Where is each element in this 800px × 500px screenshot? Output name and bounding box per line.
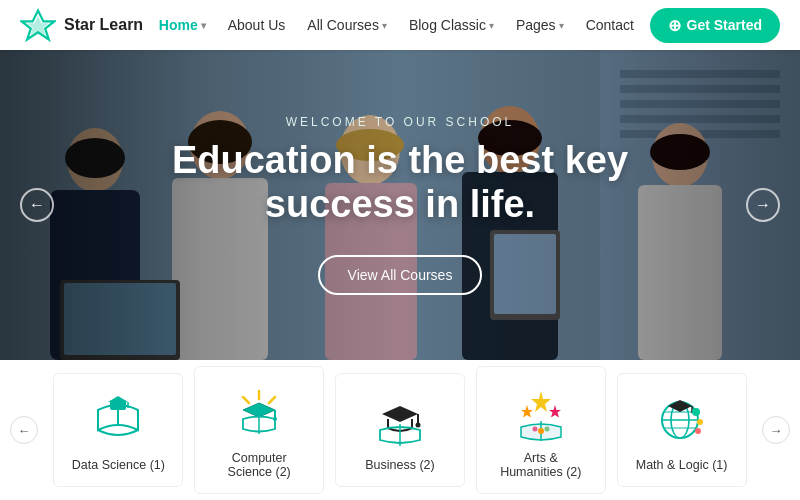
category-label-arts: Arts & Humanities (2) <box>493 451 589 479</box>
svg-marker-57 <box>668 400 692 412</box>
chevron-down-icon: ▾ <box>489 20 494 31</box>
chevron-down-icon: ▾ <box>382 20 387 31</box>
nav-item-about[interactable]: About Us <box>228 17 286 33</box>
category-item-math[interactable]: Math & Logic (1) <box>617 373 747 487</box>
nav-item-blog[interactable]: Blog Classic ▾ <box>409 17 494 33</box>
svg-marker-31 <box>108 396 128 402</box>
nav-item-contact[interactable]: Contact <box>586 17 634 33</box>
logo-icon <box>20 7 56 43</box>
categories-section: ← Data Science (1) <box>0 360 800 500</box>
computer-science-icon <box>231 385 287 441</box>
svg-marker-45 <box>531 391 551 412</box>
business-icon <box>372 392 428 448</box>
nav-link-blog[interactable]: Blog Classic ▾ <box>409 17 494 33</box>
hero-next-button[interactable]: → <box>746 188 780 222</box>
svg-marker-46 <box>521 405 533 418</box>
logo-text: Star Learn <box>64 16 143 34</box>
hero-prev-button[interactable]: ← <box>20 188 54 222</box>
view-all-courses-button[interactable]: View All Courses <box>318 255 483 295</box>
nav-link-courses[interactable]: All Courses ▾ <box>307 17 387 33</box>
hero-title: Education is the best key success in lif… <box>172 139 628 226</box>
svg-point-49 <box>538 428 544 434</box>
category-label-business: Business (2) <box>365 458 434 472</box>
chevron-down-icon: ▾ <box>201 20 206 31</box>
nav-item-home[interactable]: Home ▾ <box>159 17 206 33</box>
svg-point-60 <box>697 419 703 425</box>
categories-next-button[interactable]: → <box>762 416 790 444</box>
svg-point-43 <box>415 423 420 428</box>
categories-prev-button[interactable]: ← <box>10 416 38 444</box>
category-item-computer-science[interactable]: Computer Science (2) <box>194 366 324 494</box>
nav-menu: Home ▾ About Us All Courses ▾ Blog Class… <box>159 17 634 33</box>
svg-point-59 <box>692 408 700 416</box>
svg-line-34 <box>269 397 275 403</box>
hero-subtitle: Welcome to our school <box>172 115 628 129</box>
plus-circle-icon: ⊕ <box>668 16 681 35</box>
svg-point-50 <box>532 427 537 432</box>
data-science-icon <box>90 392 146 448</box>
hero-content: Welcome to our school Education is the b… <box>172 115 628 294</box>
category-item-data-science[interactable]: Data Science (1) <box>53 373 183 487</box>
nav-link-contact[interactable]: Contact <box>586 17 634 33</box>
chevron-down-icon: ▾ <box>559 20 564 31</box>
category-item-arts[interactable]: Arts & Humanities (2) <box>476 366 606 494</box>
svg-point-51 <box>544 427 549 432</box>
categories-list: Data Science (1) Computer Science (2) <box>38 366 762 494</box>
category-label-math: Math & Logic (1) <box>636 458 728 472</box>
category-item-business[interactable]: Business (2) <box>335 373 465 487</box>
nav-item-pages[interactable]: Pages ▾ <box>516 17 564 33</box>
hero-section: ← Welcome to our school Education is the… <box>0 50 800 360</box>
nav-link-home[interactable]: Home ▾ <box>159 17 206 33</box>
category-label-computer-science: Computer Science (2) <box>211 451 307 479</box>
get-started-button[interactable]: ⊕ Get Started <box>650 8 780 43</box>
navbar: Star Learn Home ▾ About Us All Courses ▾… <box>0 0 800 50</box>
math-icon <box>654 392 710 448</box>
nav-link-about[interactable]: About Us <box>228 17 286 33</box>
svg-marker-47 <box>549 405 561 418</box>
svg-line-35 <box>243 397 249 403</box>
arts-icon <box>513 385 569 441</box>
nav-item-courses[interactable]: All Courses ▾ <box>307 17 387 33</box>
logo[interactable]: Star Learn <box>20 7 143 43</box>
svg-point-61 <box>695 428 701 434</box>
category-label-data-science: Data Science (1) <box>72 458 165 472</box>
nav-link-pages[interactable]: Pages ▾ <box>516 17 564 33</box>
